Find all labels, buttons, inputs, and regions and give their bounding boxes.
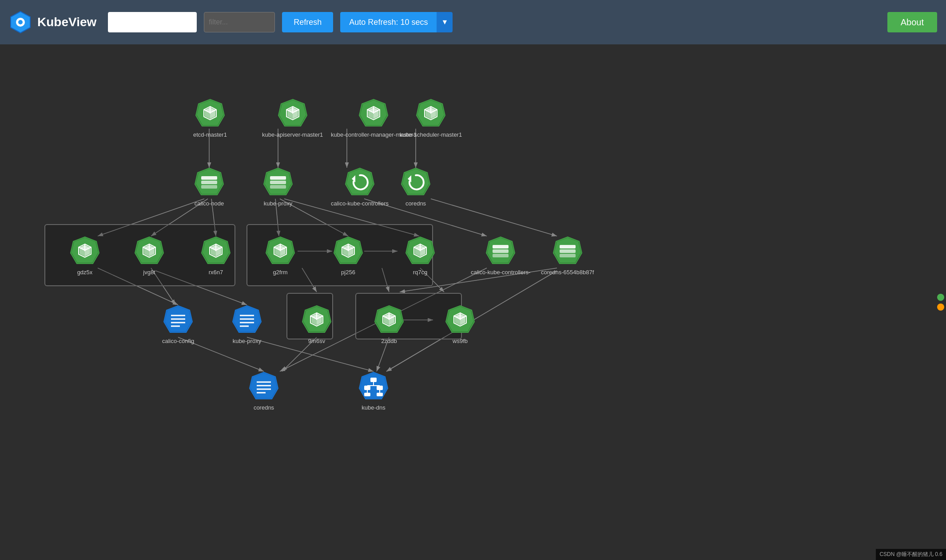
node-label-9m6sv: 9m6sv (308, 338, 325, 344)
node-label-ws9fb: ws9fb (453, 338, 468, 344)
node-coredns-6554b8b87f[interactable]: coredns-6554b8b87f (541, 235, 594, 276)
node-icon-jvg8t (133, 235, 165, 267)
node-label-jvg8t: jvg8t (143, 269, 155, 276)
svg-rect-141 (493, 245, 509, 248)
node-etcd-master1[interactable]: etcd-master1 (193, 98, 227, 138)
svg-rect-148 (560, 254, 576, 257)
node-label-kube-scheduler-master1: kube-scheduler-master1 (400, 131, 462, 138)
node-icon-kube-apiserver-master1 (277, 98, 309, 130)
node-rx6n7[interactable]: rx6n7 (200, 235, 232, 276)
node-icon-9m6sv (301, 304, 333, 336)
node-icon-calico-config (162, 304, 194, 336)
node-icon-rx6n7 (200, 235, 232, 267)
node-icon-kube-controller-manager-master1 (358, 98, 390, 130)
node-icon-kube-proxy2 (231, 304, 263, 336)
main-canvas: etcd-master1 kube-apiserver-master1 (0, 44, 946, 560)
node-icon-gdz5x (69, 235, 101, 267)
svg-rect-146 (560, 245, 576, 248)
node-label-coredns2: coredns (254, 404, 274, 411)
svg-rect-204 (377, 393, 383, 396)
node-ws9fb[interactable]: ws9fb (444, 304, 476, 344)
svg-rect-72 (201, 181, 217, 184)
svg-rect-142 (493, 249, 509, 253)
node-label-rx6n7: rx6n7 (209, 269, 223, 276)
filter-input[interactable] (204, 12, 275, 32)
node-label-etcd-master1: etcd-master1 (193, 131, 227, 138)
node-calico-config[interactable]: calico-config (162, 304, 194, 344)
svg-rect-78 (270, 185, 286, 189)
svg-rect-147 (560, 249, 576, 253)
node-calico-node[interactable]: calico-node (193, 166, 225, 207)
svg-rect-71 (201, 176, 217, 180)
svg-point-2 (18, 20, 23, 24)
node-icon-calico-kube-controllers2 (485, 235, 517, 267)
svg-rect-76 (270, 176, 286, 180)
search-input[interactable] (108, 12, 197, 32)
svg-rect-203 (364, 393, 370, 396)
node-icon-2zddb (373, 304, 405, 336)
node-rq7cg[interactable]: rq7cg (404, 235, 436, 276)
node-icon-etcd-master1 (194, 98, 226, 130)
svg-rect-196 (370, 378, 377, 382)
node-kube-apiserver-master1[interactable]: kube-apiserver-master1 (262, 98, 323, 138)
node-label-kube-proxy1: kube-proxy (264, 200, 292, 207)
node-coredns2[interactable]: coredns (248, 371, 280, 411)
node-label-kube-dns: kube-dns (362, 404, 385, 411)
node-label-calico-kube-controllers: calico-kube-controllers (331, 200, 389, 207)
node-icon-kube-proxy1 (262, 166, 294, 198)
auto-refresh-dropdown-button[interactable]: ▼ (437, 12, 453, 32)
node-kube-proxy1[interactable]: kube-proxy (262, 166, 294, 207)
auto-refresh-group: Auto Refresh: 10 secs ▼ (340, 12, 453, 32)
node-calico-kube-controllers2[interactable]: calico-kube-controllers- (471, 235, 530, 276)
auto-refresh-button[interactable]: Auto Refresh: 10 secs (340, 12, 437, 32)
node-2zddb[interactable]: 2zddb (373, 304, 405, 344)
node-label-kube-proxy2: kube-proxy (233, 338, 261, 344)
node-icon-rq7cg (404, 235, 436, 267)
node-icon-g2frm (264, 235, 296, 267)
refresh-button[interactable]: Refresh (282, 12, 333, 32)
node-label-g2frm: g2frm (273, 269, 287, 276)
node-icon-coredns1 (400, 166, 432, 198)
node-label-rq7cg: rq7cg (413, 269, 428, 276)
node-kube-dns[interactable]: kube-dns (358, 371, 390, 411)
node-label-coredns1: coredns (405, 200, 426, 207)
node-calico-kube-controllers[interactable]: calico-kube-controllers (331, 166, 389, 207)
bottom-overlay: CSDN @睡不醒的猪儿 0.6 (876, 549, 946, 560)
about-button[interactable]: About (887, 12, 937, 32)
node-label-calico-kube-controllers2: calico-kube-controllers- (471, 269, 530, 276)
svg-rect-143 (493, 254, 509, 257)
svg-line-15 (431, 199, 557, 236)
node-icon-ws9fb (444, 304, 476, 336)
node-label-calico-node: calico-node (195, 200, 224, 207)
kubeview-logo (9, 11, 32, 34)
app-title: KubeView (37, 15, 96, 29)
side-dot-green (937, 294, 944, 301)
node-icon-kube-scheduler-master1 (415, 98, 447, 130)
side-dots (937, 294, 946, 311)
node-pj256[interactable]: pj256 (332, 235, 364, 276)
node-icon-coredns-6554b8b87f (552, 235, 584, 267)
node-label-2zddb: 2zddb (381, 338, 397, 344)
side-dot-orange (937, 304, 944, 311)
node-label-gdz5x: gdz5x (77, 269, 93, 276)
node-icon-calico-node (193, 166, 225, 198)
navbar: KubeView Refresh Auto Refresh: 10 secs ▼… (0, 0, 946, 44)
node-kube-proxy2[interactable]: kube-proxy (231, 304, 263, 344)
node-icon-kube-dns (358, 371, 390, 402)
node-kube-scheduler-master1[interactable]: kube-scheduler-master1 (400, 98, 462, 138)
svg-rect-73 (201, 185, 217, 189)
node-label-calico-config: calico-config (162, 338, 194, 344)
svg-rect-200 (377, 386, 383, 390)
node-gdz5x[interactable]: gdz5x (69, 235, 101, 276)
node-icon-calico-kube-controllers (344, 166, 376, 198)
arrows-layer (0, 44, 946, 560)
logo-area: KubeView (9, 11, 96, 34)
svg-rect-77 (270, 181, 286, 184)
node-jvg8t[interactable]: jvg8t (133, 235, 165, 276)
node-g2frm[interactable]: g2frm (264, 235, 296, 276)
node-label-kube-apiserver-master1: kube-apiserver-master1 (262, 131, 323, 138)
node-icon-pj256 (332, 235, 364, 267)
node-9m6sv[interactable]: 9m6sv (301, 304, 333, 344)
node-icon-coredns2 (248, 371, 280, 402)
node-coredns1[interactable]: coredns (400, 166, 432, 207)
